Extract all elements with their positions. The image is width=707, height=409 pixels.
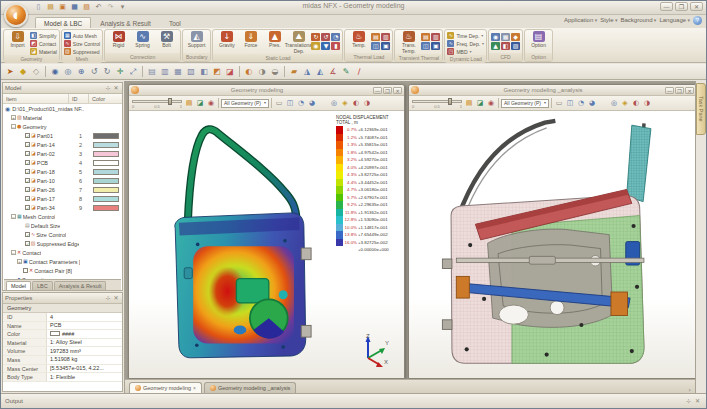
ribbon-large-button[interactable]: ◭ Support (185, 31, 208, 49)
zoom-in-out-icon[interactable]: ⊕ (75, 66, 87, 78)
ribbon-small-button[interactable]: ▦ Auto Mesh (64, 32, 100, 39)
menu-item[interactable]: Background (620, 17, 656, 23)
transparency-slider[interactable]: 00.51 (132, 97, 182, 109)
view-left-icon[interactable]: ▦ (172, 66, 184, 78)
color-swatch[interactable] (93, 205, 119, 211)
color-swatch[interactable] (93, 151, 119, 157)
trans-convection-icon[interactable]: ◫ (421, 42, 430, 50)
column-color[interactable]: Color (88, 94, 122, 103)
snap-icon[interactable]: ◮ (301, 66, 313, 78)
cfd-outlet-icon[interactable]: ◧ (501, 42, 510, 50)
cfd-velocity-icon[interactable]: ◉ (491, 33, 500, 41)
pin-icon[interactable]: ⊹ (104, 85, 112, 91)
sep[interactable] (45, 66, 46, 77)
minimize-button[interactable]: — (660, 2, 673, 11)
checkbox[interactable]: ✓ (25, 151, 30, 156)
document-window-geometry-modeling-analysis[interactable]: Geometry modeling _analysis — ❐ ✕ 00.51 … (408, 84, 695, 379)
lock-icon[interactable]: ◆ (17, 66, 29, 78)
clipping-icon[interactable]: ▭ (554, 100, 564, 107)
ribbon-small-button[interactable]: ◧ Simplify (30, 32, 57, 39)
probe-folder-icon[interactable]: ▤ (464, 100, 474, 107)
ribbon-large-button[interactable]: ⇓ Force (239, 31, 262, 54)
view-top-icon[interactable]: ◧ (198, 66, 210, 78)
torque-load-icon[interactable]: ↺ (321, 33, 330, 41)
clipping-icon[interactable]: ▭ (274, 100, 284, 107)
radiation-icon[interactable]: ▣ (381, 42, 390, 50)
ribbon-tab[interactable]: Model & LBC (35, 17, 91, 28)
viewport-contour[interactable]: NODAL DISPLACEMENT TOTAL , m 0.7% +6.123… (129, 111, 404, 378)
tree-root-item[interactable]: ◉ D:\01_Product\01_midas NF.. (3, 104, 122, 113)
cfd-wall-icon[interactable]: ◆ (511, 33, 520, 41)
tree-item[interactable]: + ▣ Contact Parameters [..] (3, 257, 122, 266)
property-row[interactable]: Volume 197283 mm³ (3, 347, 122, 356)
rotate-icon[interactable]: ↺ (88, 66, 100, 78)
view-iso-icon[interactable]: ◩ (211, 66, 223, 78)
erase-icon[interactable]: ∕ (353, 66, 365, 78)
sep[interactable] (318, 100, 328, 107)
menu-item[interactable]: Style (600, 17, 617, 23)
ribbon-tab[interactable]: Tool (160, 17, 190, 28)
tree-item[interactable]: − ✕ Contact (3, 248, 122, 257)
sep[interactable] (598, 100, 608, 107)
ribbon-small-button[interactable]: ▧ Suppressed (64, 48, 100, 55)
viewport-mesh[interactable] (409, 111, 695, 378)
trans-gen-icon[interactable]: ▥ (431, 33, 440, 41)
tree-item[interactable]: ✓ ▨ Suppressed Edge (3, 239, 122, 248)
property-row[interactable]: Name PCB (3, 322, 122, 331)
doc-tab-geometry-modeling[interactable]: Geometry modeling × (129, 382, 202, 393)
menu-item[interactable]: Application (564, 17, 597, 23)
view-front-icon[interactable]: ▤ (146, 66, 158, 78)
heat-flux-icon[interactable]: ▤ (371, 33, 380, 41)
moment-load-icon[interactable]: ↻ (311, 33, 320, 41)
maximize-button[interactable]: ❐ (675, 87, 684, 94)
tree-item[interactable]: ✓ ◪ Part-02 3 (3, 149, 122, 158)
annotate-icon[interactable]: ✎ (340, 66, 352, 78)
tree-item[interactable]: ✓ ◪ Part-26 7 (3, 185, 122, 194)
output-panel-header[interactable]: Output ⊹ ✕ (1, 393, 706, 408)
close-icon[interactable]: ✕ (112, 295, 120, 301)
close-button[interactable]: ✕ (393, 87, 402, 94)
property-row[interactable]: Mass 1.51908 kg (3, 356, 122, 365)
sep[interactable] (239, 66, 240, 77)
checkbox[interactable]: ✓ (25, 169, 30, 174)
probe-b-icon[interactable]: ◕ (307, 100, 317, 107)
expander-icon[interactable]: − (11, 250, 16, 255)
checkbox[interactable]: ✓ (25, 241, 30, 246)
ribbon-large-button[interactable]: ∿ Spring (131, 31, 154, 49)
tree-item[interactable]: ✓ ◪ Part-17 8 (3, 194, 122, 203)
property-row[interactable]: ID 4 (3, 313, 122, 322)
paint-result-icon[interactable]: ◪ (195, 100, 205, 107)
find-icon[interactable]: ◎ (329, 100, 339, 107)
maximize-button[interactable]: ❐ (675, 2, 688, 11)
color-swatch[interactable] (93, 142, 119, 148)
tree-item[interactable]: ✓ ◪ Part-10 6 (3, 176, 122, 185)
probe-folder-icon[interactable]: ▤ (184, 100, 194, 107)
minimize-button[interactable]: — (665, 87, 674, 94)
pin-icon[interactable]: ⊹ (684, 398, 693, 404)
thermal-bar-icon[interactable]: ▮ (331, 42, 340, 50)
selection-filter-combo[interactable]: All Geometry (P) ▾ (501, 99, 549, 108)
tree-item[interactable]: ✕ Contact Pair [8] (3, 266, 122, 275)
checkbox[interactable]: ✓ (25, 196, 30, 201)
ribbon-small-button[interactable]: ∿ Size Control (64, 40, 100, 47)
application-menu-button[interactable] (4, 3, 28, 27)
measure-icon[interactable]: ∡ (327, 66, 339, 78)
minimize-button[interactable]: — (373, 87, 382, 94)
layers-icon[interactable]: ◈ (340, 100, 350, 107)
checkbox[interactable]: ✓ (25, 160, 30, 165)
property-row[interactable]: Material 1: Alloy Steel (3, 339, 122, 348)
bearing-load-icon[interactable]: ◔ (331, 33, 340, 41)
property-row[interactable]: Mass Center [5.53457e-015, 4.22... (3, 365, 122, 374)
checkbox[interactable]: ✓ (25, 133, 30, 138)
doc-tab-geometry-modeling-analysis[interactable]: Geometry modeling _analysis (204, 382, 296, 393)
menu-item[interactable]: Language (659, 17, 690, 23)
close-button[interactable]: ✕ (685, 87, 694, 94)
close-button[interactable]: ✕ (690, 2, 703, 11)
tree-item[interactable]: − ▦ Mesh Control (3, 212, 122, 221)
tree-item[interactable]: + ▧ Material (3, 113, 122, 122)
color-swatch[interactable] (93, 133, 119, 139)
ribbon-small-button[interactable]: ∿ Freq. Dep. ▾ (447, 40, 484, 47)
expander-icon[interactable]: + (17, 259, 22, 264)
expander-icon[interactable]: + (11, 115, 16, 120)
hidden-line-mode-icon[interactable]: ◒ (269, 66, 281, 78)
